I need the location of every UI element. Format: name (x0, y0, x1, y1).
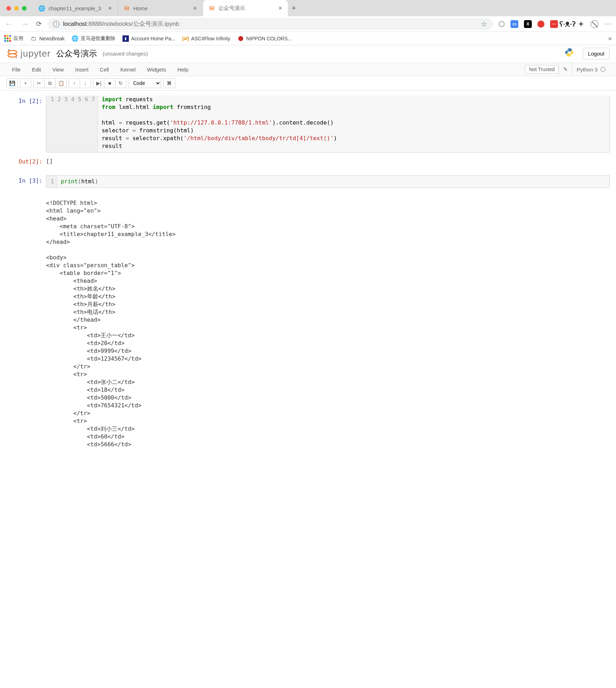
extension-panda-icon[interactable]: ʕ·ᴥ·ʔ (564, 20, 571, 28)
bookmark-label: NewsBreak (39, 36, 65, 41)
line-number-gutter: 1 2 3 4 5 6 7 (46, 96, 98, 152)
svg-point-1 (125, 8, 129, 10)
extension-adblock-icon[interactable] (537, 21, 544, 28)
window-maximize-button[interactable] (22, 6, 27, 11)
bookmark-bar: 应用 🗀 NewsBreak 🌐 亚马逊批量删除 ▮ Account Home … (0, 32, 616, 45)
paste-cell-button[interactable]: 📋 (55, 78, 67, 88)
svg-point-8 (567, 49, 568, 50)
restart-kernel-button[interactable]: ↻ (115, 78, 126, 88)
code-input-area[interactable]: 1 print(html) (46, 175, 610, 188)
insert-cell-button[interactable]: ＋ (20, 78, 31, 88)
extension-circle-icon[interactable] (498, 21, 505, 27)
save-status: (unsaved changes) (103, 51, 148, 57)
apps-button[interactable]: 应用 (4, 35, 23, 42)
address-bar[interactable]: i localhost:8888/notebooks/公众号演示.ipynb ☆ (47, 18, 493, 30)
stream-output-3: <!DOCTYPE html> <html lang="en"> <head> … (6, 198, 610, 448)
copy-cell-button[interactable]: ⧉ (44, 78, 56, 88)
move-cell-down-button[interactable]: ↓ (80, 78, 91, 88)
window-close-button[interactable] (6, 6, 11, 11)
extension-reader-icon[interactable]: ▭ (511, 20, 518, 28)
menu-widgets[interactable]: Widgets (141, 63, 172, 76)
input-prompt: In [2]: (6, 96, 46, 153)
browser-tab-1[interactable]: 🌐 chapter11_example_3 × (33, 0, 118, 16)
extension-lastpass-icon[interactable]: ··· (550, 20, 558, 28)
edit-metadata-button[interactable]: ✎ (559, 63, 572, 76)
code-content[interactable]: import requests from lxml.html import fr… (98, 96, 609, 152)
jupyter-menubar: File Edit View Insert Cell Kernel Widget… (0, 63, 616, 76)
forward-button[interactable]: → (20, 19, 30, 29)
menu-view[interactable]: View (47, 63, 69, 76)
site-info-icon[interactable]: i (53, 21, 59, 27)
red-dot-icon (238, 36, 243, 41)
browser-tab-2[interactable]: Home × (118, 0, 203, 16)
bookmark-overflow-icon[interactable]: » (608, 35, 612, 42)
kernel-indicator[interactable]: Python 3 (572, 63, 610, 76)
code-cell-3[interactable]: In [3]: 1 print(html) (6, 175, 610, 188)
code-cell-2[interactable]: In [2]: 1 2 3 4 5 6 7 import requests fr… (6, 96, 610, 153)
move-cell-up-button[interactable]: ↑ (69, 78, 80, 88)
jupyter-logo-text: jupyter (21, 48, 51, 59)
bookmark-nippon-colors[interactable]: NIPPON COLORS... (238, 35, 292, 42)
extension-x-icon[interactable]: X (524, 20, 532, 28)
back-button[interactable]: ← (4, 19, 14, 29)
jupyter-header: jupyter 公众号演示 (unsaved changes) Logout (0, 45, 616, 63)
chrome-menu-icon[interactable]: ⋮ (604, 21, 612, 28)
menu-cell[interactable]: Cell (94, 63, 115, 76)
bookmark-asciiflow[interactable]: [af] ASCIIFlow Infinity (182, 35, 230, 42)
close-icon[interactable]: × (193, 5, 197, 12)
bookmark-newsbreak[interactable]: 🗀 NewsBreak (30, 35, 65, 42)
svg-point-9 (570, 55, 571, 56)
reload-button[interactable]: ⟳ (36, 20, 42, 28)
code-content[interactable]: print(html) (57, 176, 609, 188)
globe-icon: 🌐 (72, 35, 78, 42)
svg-point-6 (8, 54, 17, 57)
extension-icons: ▭ X ··· ʕ·ᴥ·ʔ ✦ ⋮ (498, 20, 612, 28)
output-content: [] (46, 156, 610, 165)
output-content: <!DOCTYPE html> <html lang="en"> <head> … (46, 198, 610, 448)
output-prompt: Out[2]: (6, 156, 46, 165)
extension-noscript-icon[interactable] (591, 20, 598, 28)
bookmark-label: NIPPON COLORS... (246, 36, 292, 41)
menu-edit[interactable]: Edit (26, 63, 47, 76)
logout-button[interactable]: Logout (583, 48, 610, 59)
apps-label: 应用 (13, 35, 23, 42)
window-minimize-button[interactable] (14, 6, 19, 11)
code-input-area[interactable]: 1 2 3 4 5 6 7 import requests from lxml.… (46, 96, 610, 153)
jupyter-page: jupyter 公众号演示 (unsaved changes) Logout F… (0, 45, 616, 459)
line-number-gutter: 1 (46, 176, 57, 188)
cell-type-select[interactable]: Code (129, 78, 161, 88)
svg-point-0 (125, 6, 129, 8)
bookmark-account-home[interactable]: ▮ Account Home Pa... (122, 35, 176, 42)
svg-point-4 (8, 49, 10, 51)
tab-title: 公众号演示 (218, 5, 245, 12)
extensions-menu-icon[interactable]: ✦ (577, 20, 585, 28)
kernel-name-label: Python 3 (577, 67, 598, 73)
run-cell-button[interactable]: ▶| (93, 78, 104, 88)
notebook-title[interactable]: 公众号演示 (56, 48, 97, 59)
jupyter-logo[interactable]: jupyter (6, 48, 51, 60)
bookmark-amazon-delete[interactable]: 🌐 亚马逊批量删除 (72, 35, 115, 42)
menu-kernel[interactable]: Kernel (115, 63, 141, 76)
tab-title: chapter11_example_3 (49, 5, 101, 11)
input-prompt: In [3]: (6, 175, 46, 188)
cut-cell-button[interactable]: ✂ (33, 78, 45, 88)
interrupt-kernel-button[interactable]: ■ (104, 78, 115, 88)
url-path: :8888/notebooks/公众号演示.ipynb (87, 21, 179, 27)
menu-file[interactable]: File (6, 63, 26, 76)
address-row: ← → ⟳ i localhost:8888/notebooks/公众号演示.i… (0, 16, 616, 32)
browser-tab-3[interactable]: 公众号演示 × (203, 0, 288, 16)
globe-icon: 🌐 (39, 5, 45, 11)
close-icon[interactable]: × (108, 5, 112, 12)
command-palette-button[interactable]: ⌘ (163, 78, 175, 88)
folder-icon: 🗀 (30, 35, 37, 42)
jupyter-icon (124, 5, 130, 11)
bookmark-label: 亚马逊批量删除 (81, 35, 115, 42)
close-icon[interactable]: × (278, 5, 282, 12)
bookmark-star-icon[interactable]: ☆ (481, 20, 487, 28)
new-tab-button[interactable]: + (288, 4, 300, 13)
menu-insert[interactable]: Insert (69, 63, 94, 76)
trusted-indicator[interactable]: Not Trusted (525, 65, 558, 74)
menu-help[interactable]: Help (172, 63, 194, 76)
save-button[interactable]: 💾 (6, 78, 18, 88)
jupyter-icon (209, 5, 215, 11)
